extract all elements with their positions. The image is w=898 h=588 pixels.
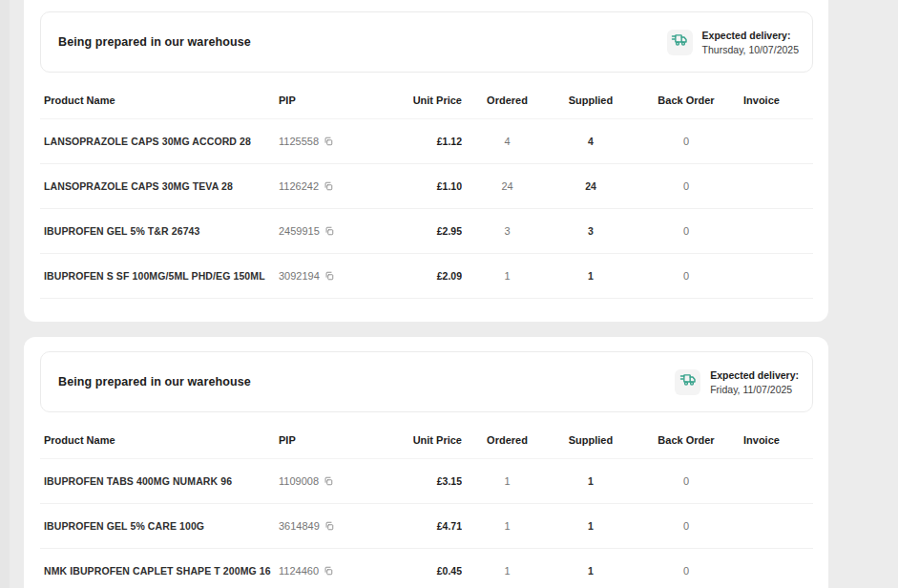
ordered-cell: 1	[462, 549, 553, 588]
pip-value: 2459915	[279, 225, 320, 237]
truck-icon	[670, 31, 689, 53]
invoice-cell	[743, 254, 813, 299]
pip-cell: 3614849	[279, 504, 369, 549]
delivery-status-header: Being prepared in our warehouse E	[40, 11, 813, 73]
column-header-invoice: Invoice	[743, 412, 813, 459]
ordered-cell: 3	[462, 209, 553, 254]
ordered-cell: 1	[462, 459, 553, 504]
column-header-invoice: Invoice	[743, 73, 813, 119]
product-name-cell: IBUPROFEN GEL 5% CARE 100G	[40, 504, 279, 549]
column-header-supplied: Supplied	[553, 73, 629, 119]
column-header-unit-price: Unit Price	[369, 73, 462, 119]
copy-icon[interactable]	[324, 136, 333, 146]
supplied-cell: 24	[553, 164, 629, 209]
supplied-cell: 1	[553, 549, 629, 588]
table-row: IBUPROFEN TABS 400MG NUMARK 961109008£3.…	[40, 459, 813, 504]
table-row: IBUPROFEN GEL 5% CARE 100G3614849£4.7111…	[40, 504, 813, 549]
copy-icon[interactable]	[324, 566, 333, 576]
table-header-row: Product NamePIPUnit PriceOrderedSupplied…	[40, 412, 813, 459]
product-name-cell: LANSOPRAZOLE CAPS 30MG ACCORD 28	[40, 119, 279, 164]
back-order-cell: 0	[629, 164, 743, 209]
column-header-unit-price: Unit Price	[369, 412, 462, 459]
copy-icon[interactable]	[324, 521, 334, 531]
invoice-cell	[743, 549, 813, 588]
ordered-cell: 24	[462, 164, 553, 209]
back-order-cell: 0	[629, 209, 743, 254]
supplied-cell: 1	[553, 254, 629, 299]
column-header-ordered: Ordered	[462, 73, 553, 119]
product-name-cell: IBUPROFEN S SF 100MG/5ML PHD/EG 150ML	[40, 254, 279, 299]
delivery-status-header: Being prepared in our warehouse E	[40, 351, 813, 412]
unit-price-cell: £0.45	[369, 549, 462, 588]
orders-table: Product NamePIPUnit PriceOrderedSupplied…	[40, 73, 813, 299]
copy-icon[interactable]	[324, 476, 333, 486]
ordered-cell: 4	[462, 119, 553, 164]
expected-delivery: Expected delivery: Thursday, 10/07/2025	[667, 30, 799, 55]
pip-value: 3092194	[279, 270, 320, 282]
product-name-cell: IBUPROFEN TABS 400MG NUMARK 96	[40, 459, 279, 504]
delivery-group-card: Being prepared in our warehouse E	[24, 337, 828, 588]
table-header-row: Product NamePIPUnit PriceOrderedSupplied…	[40, 73, 813, 119]
pip-value: 1109008	[279, 475, 319, 487]
pip-cell: 2459915	[279, 209, 369, 254]
invoice-cell	[743, 119, 813, 164]
status-title: Being prepared in our warehouse	[58, 35, 251, 49]
pip-value: 3614849	[279, 520, 320, 532]
unit-price-cell: £2.09	[369, 254, 462, 299]
back-order-cell: 0	[629, 119, 743, 164]
column-header-product-name: Product Name	[40, 73, 279, 119]
truck-icon	[679, 370, 698, 393]
supplied-cell: 3	[553, 209, 629, 254]
orders-table: Product NamePIPUnit PriceOrderedSupplied…	[40, 412, 813, 588]
expected-delivery-label: Expected delivery:	[702, 30, 799, 41]
column-header-pip: PIP	[279, 412, 369, 459]
status-title: Being prepared in our warehouse	[58, 375, 251, 388]
pip-cell: 1109008	[279, 459, 369, 504]
invoice-cell	[743, 209, 813, 254]
column-header-back-order: Back Order	[629, 73, 743, 119]
supplied-cell: 1	[553, 459, 629, 504]
product-name-cell: NMK IBUPROFEN CAPLET SHAPE T 200MG 16	[40, 549, 279, 588]
column-header-pip: PIP	[279, 73, 369, 119]
expected-delivery-label: Expected delivery:	[710, 369, 799, 381]
ordered-cell: 1	[462, 504, 553, 549]
pip-cell: 1125558	[279, 119, 369, 164]
copy-icon[interactable]	[324, 226, 334, 236]
pip-value: 1125558	[279, 136, 319, 147]
truck-icon-chip	[667, 30, 693, 55]
product-name-cell: IBUPROFEN GEL 5% T&R 26743	[40, 209, 279, 254]
table-row: LANSOPRAZOLE CAPS 30MG ACCORD 281125558£…	[40, 119, 813, 164]
truck-icon-chip	[675, 369, 700, 395]
table-row: NMK IBUPROFEN CAPLET SHAPE T 200MG 16112…	[40, 549, 813, 588]
invoice-cell	[743, 164, 813, 209]
pip-cell: 1126242	[279, 164, 369, 209]
unit-price-cell: £1.10	[369, 164, 462, 209]
column-header-back-order: Back Order	[629, 412, 743, 459]
table-row: IBUPROFEN GEL 5% T&R 267432459915£2.9533…	[40, 209, 813, 254]
column-header-supplied: Supplied	[553, 412, 629, 459]
unit-price-cell: £3.15	[369, 459, 462, 504]
ordered-cell: 1	[462, 254, 553, 299]
unit-price-cell: £1.12	[369, 119, 462, 164]
pip-cell: 1124460	[279, 549, 369, 588]
back-order-cell: 0	[629, 504, 743, 549]
back-order-cell: 0	[629, 549, 743, 588]
back-order-cell: 0	[629, 459, 743, 504]
pip-value: 1126242	[279, 180, 319, 192]
page-left-margin	[0, 0, 10, 588]
column-header-product-name: Product Name	[40, 412, 279, 459]
invoice-cell	[743, 459, 813, 504]
invoice-cell	[743, 504, 813, 549]
back-order-cell: 0	[629, 254, 743, 299]
supplied-cell: 4	[553, 119, 629, 164]
copy-icon[interactable]	[324, 271, 334, 281]
copy-icon[interactable]	[324, 181, 333, 191]
product-name-cell: LANSOPRAZOLE CAPS 30MG TEVA 28	[40, 164, 279, 209]
column-header-ordered: Ordered	[462, 412, 553, 459]
pip-cell: 3092194	[279, 254, 369, 299]
unit-price-cell: £2.95	[369, 209, 462, 254]
expected-delivery-date: Friday, 11/07/2025	[710, 384, 799, 395]
delivery-group-card: Being prepared in our warehouse E	[24, 0, 828, 322]
expected-delivery-date: Thursday, 10/07/2025	[702, 44, 799, 55]
unit-price-cell: £4.71	[369, 504, 462, 549]
